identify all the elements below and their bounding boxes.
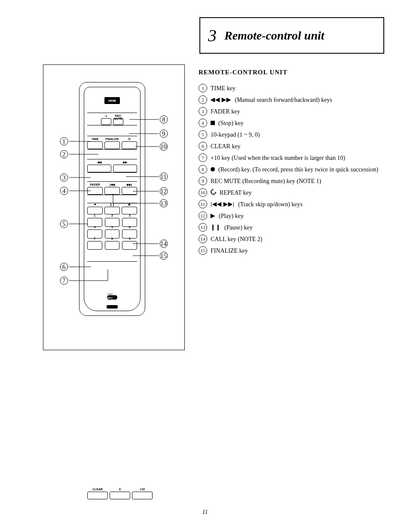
play-button: ▶	[122, 207, 137, 214]
legend-num: 9	[199, 177, 207, 185]
svg-text:9: 9	[162, 130, 165, 137]
legend-text: (Manual search forward/backward) keys	[235, 95, 388, 104]
fast-forward-icon: ▶▶	[113, 161, 137, 164]
bottom-row: CLEAR 0 +10	[87, 266, 153, 499]
record-button: ●	[101, 118, 111, 125]
brand-badge: HHB	[104, 97, 120, 104]
rewind-fastforward-icon: ◀◀ ▶▶	[211, 95, 231, 104]
compact-disc-logo: COMPACT disc DIGITAL AUDIO	[104, 290, 120, 303]
legend-item-2: 2 ◀◀ ▶▶ (Manual search forward/backward)…	[199, 95, 388, 104]
legend-text: +10 key (Used when the track number is l…	[211, 153, 388, 162]
svg-text:5: 5	[62, 220, 66, 227]
legend-text: (Record) key. (To record, press this key…	[218, 165, 388, 174]
plus10-button: +10	[132, 492, 153, 499]
repeat-label: ⟲	[122, 138, 137, 141]
svg-text:disc: disc	[107, 297, 113, 299]
legend-item-8: 8 (Record) key. (To record, press this k…	[199, 165, 388, 174]
stop-button: ■	[87, 207, 103, 214]
svg-text:3: 3	[62, 174, 66, 181]
pause-icon: ❙❙	[211, 223, 221, 232]
legend-text: TIME key	[211, 84, 388, 93]
svg-point-37	[160, 130, 168, 138]
panel-top: ● REC MUTE	[87, 113, 137, 125]
legend-num: 8	[199, 165, 207, 174]
callout-legend: REMOTE-CONTROL UNIT 1 TIME key 2 ◀◀ ▶▶ (…	[199, 69, 388, 258]
legend-num: 7	[199, 153, 207, 162]
disc-label-top: COMPACT	[107, 294, 113, 295]
section-number: 3	[208, 25, 217, 46]
legend-item-7: 7 +10 key (Used when the track number is…	[199, 153, 388, 162]
finalize-button: FINALIZE	[104, 141, 120, 149]
svg-point-39	[160, 143, 168, 150]
legend-text: (Track skip up/down) keys	[238, 200, 388, 209]
legend-text: 10-keypad (1 ~ 9, 0)	[211, 130, 388, 139]
svg-point-22	[60, 263, 68, 271]
svg-point-47	[160, 240, 168, 248]
svg-point-41	[160, 173, 168, 180]
time-button: TIME	[87, 141, 103, 149]
pause-button: ❙❙	[104, 207, 120, 214]
svg-point-20	[60, 220, 68, 228]
legend-item-14: 14 CALL key (NOTE 2)	[199, 235, 388, 244]
fast-forward-button: ▶▶	[113, 165, 137, 172]
svg-point-43	[160, 187, 168, 195]
svg-text:11: 11	[160, 173, 166, 180]
svg-text:10: 10	[160, 143, 167, 150]
panel-search-skip: ◀◀ ▶▶	[87, 159, 137, 173]
svg-text:14: 14	[160, 240, 167, 247]
panel-grid: ■ ❙❙ ▶ 1 2 3 4 5	[87, 203, 137, 262]
legend-num: 14	[199, 235, 207, 243]
svg-point-24	[60, 277, 68, 284]
svg-point-14	[60, 150, 68, 158]
legend-text: CLEAR key	[211, 142, 388, 151]
legend-num: 13	[199, 223, 207, 232]
panel-time-row: TIME FINALIZE ⟲	[87, 136, 137, 150]
key-9: 9	[122, 241, 137, 250]
legend-text: (Pause) key	[224, 223, 388, 232]
svg-point-49	[160, 252, 168, 260]
legend-heading: REMOTE-CONTROL UNIT	[199, 69, 388, 76]
clear-button: CLEAR	[87, 492, 108, 499]
legend-item-15: 15 FINALIZE key	[199, 246, 388, 255]
ten-key-grid: 1 2 3 4 5 6 7 8 9	[87, 214, 137, 261]
key-7: 7	[87, 241, 102, 250]
svg-text:6: 6	[62, 263, 66, 270]
legend-item-12: 12 ▶ (Play) key	[199, 211, 388, 220]
legend-item-5: 5 10-keypad (1 ~ 9, 0)	[199, 130, 388, 139]
svg-text:13: 13	[160, 200, 167, 207]
legend-item-4: 4 (Stop) key	[199, 119, 388, 128]
svg-point-35	[160, 116, 168, 123]
page-number: 11	[202, 509, 208, 516]
legend-item-13: 13 ❙❙ (Pause) key	[199, 223, 388, 232]
prev-icon: |◀◀	[105, 183, 119, 187]
zero-label: 0	[110, 488, 130, 491]
key-0: 0	[110, 492, 130, 499]
repeat-icon	[211, 188, 216, 197]
ir-window	[107, 305, 118, 309]
section-title-box: 3 Remote-control unit	[199, 17, 384, 54]
legend-num: 10	[199, 188, 207, 197]
legend-num: 4	[199, 119, 207, 127]
legend-item-11: 11 |◀◀ ▶▶| (Track skip up/down) keys	[199, 200, 388, 209]
legend-num: 5	[199, 130, 207, 139]
svg-point-12	[60, 138, 68, 145]
clear-label: CLEAR	[88, 488, 107, 491]
finalize-label: FINALIZE	[105, 138, 119, 141]
legend-item-6: 6 CLEAR key	[199, 142, 388, 151]
legend-num: 2	[199, 95, 207, 104]
svg-text:1: 1	[62, 138, 66, 145]
svg-text:4: 4	[62, 187, 66, 194]
pause-icon: ❙❙	[105, 203, 119, 206]
legend-num: 1	[199, 84, 207, 92]
repeat-button: ⟲	[122, 141, 137, 149]
legend-item-3: 3 FADER key	[199, 107, 388, 116]
prev-track-button: |◀◀	[104, 187, 120, 195]
legend-text: CALL key (NOTE 2)	[211, 235, 388, 244]
svg-point-45	[160, 199, 168, 207]
stop-icon	[211, 119, 215, 127]
key-8: 8	[105, 241, 120, 250]
diagram-frame: HHB ● REC MUTE TIME	[43, 64, 185, 350]
fader-label: FADER	[88, 183, 102, 186]
svg-text:2: 2	[62, 151, 66, 158]
svg-text:8: 8	[162, 116, 165, 123]
